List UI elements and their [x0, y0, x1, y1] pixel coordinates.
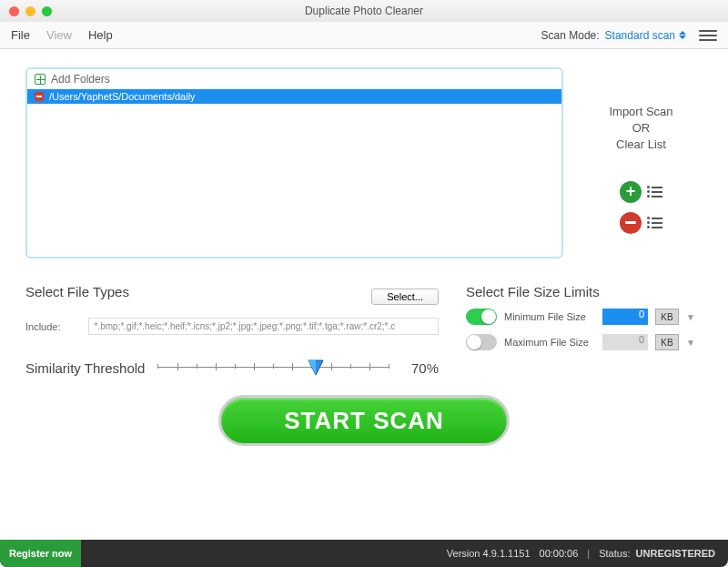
clear-list-button[interactable] [620, 212, 662, 234]
status-value: UNREGISTERED [636, 548, 715, 559]
minus-circle-icon [620, 212, 642, 234]
slider-thumb-icon[interactable] [307, 357, 325, 377]
include-label: Include: [25, 321, 61, 332]
scan-mode-value[interactable]: Standard scan [605, 29, 675, 42]
hamburger-icon[interactable] [699, 30, 717, 41]
min-size-label: Minimum File Size [504, 311, 595, 322]
menu-help[interactable]: Help [88, 28, 113, 42]
similarity-slider[interactable] [157, 359, 389, 377]
scan-mode-sort-icon[interactable] [679, 31, 686, 39]
folder-path: /Users/YaphetS/Documents/daily [49, 91, 196, 102]
similarity-label: Similarity Threshold [25, 360, 145, 376]
menubar: File View Help Scan Mode: Standard scan [0, 22, 728, 49]
min-size-unit[interactable]: KB [655, 309, 679, 325]
window-title: Duplicate Photo Cleaner [0, 5, 728, 17]
scan-mode-label: Scan Mode: [541, 29, 600, 42]
separator: | [587, 548, 590, 559]
list-icon [647, 186, 662, 197]
folder-list[interactable]: Add Folders /Users/YaphetS/Documents/dai… [25, 67, 563, 258]
status-label: Status: [599, 548, 630, 559]
side-panel: Import Scan OR Clear List + [580, 67, 703, 258]
import-scan-button[interactable]: + [620, 181, 662, 203]
min-size-input[interactable]: 0 [602, 309, 648, 325]
content: Add Folders /Users/YaphetS/Documents/dai… [0, 49, 728, 540]
side-text-2: OR [609, 120, 672, 137]
status-bar: Register now Version 4.9.1.1151 00:00:06… [0, 540, 728, 567]
menu-file[interactable]: File [11, 28, 30, 42]
folder-item[interactable]: /Users/YaphetS/Documents/daily [27, 89, 561, 104]
menu-view[interactable]: View [46, 28, 72, 42]
max-size-toggle[interactable] [466, 334, 497, 350]
register-button[interactable]: Register now [0, 540, 81, 567]
side-text-3: Clear List [609, 137, 672, 153]
app-window: Duplicate Photo Cleaner File View Help S… [0, 0, 728, 567]
minus-icon [35, 92, 44, 101]
chevron-down-icon[interactable]: ▼ [686, 312, 695, 322]
side-text-1: Import Scan [609, 104, 672, 120]
chevron-down-icon[interactable]: ▼ [686, 338, 695, 348]
plus-icon [35, 74, 46, 85]
similarity-value: 70% [402, 360, 439, 376]
min-size-toggle[interactable] [466, 309, 497, 325]
elapsed-time: 00:00:06 [540, 548, 579, 559]
version-label: Version 4.9.1.1151 [447, 548, 531, 559]
start-scan-label: START SCAN [284, 407, 444, 435]
max-size-label: Maximum File Size [504, 337, 595, 348]
add-folders-row[interactable]: Add Folders [27, 69, 561, 89]
file-types-title: Select File Types [25, 284, 129, 299]
list-icon [647, 217, 662, 228]
add-folders-label: Add Folders [51, 73, 110, 86]
file-size-title: Select File Size Limits [466, 284, 703, 299]
start-scan-button[interactable]: START SCAN [218, 395, 510, 446]
select-file-types-button[interactable]: Select... [371, 289, 439, 305]
register-label: Register now [9, 548, 72, 559]
titlebar: Duplicate Photo Cleaner [0, 0, 728, 22]
max-size-input[interactable]: 0 [602, 334, 648, 350]
plus-circle-icon: + [620, 181, 642, 203]
include-value[interactable]: *.bmp;*.gif;*.heic;*.heif;*.icns;*.jp2;*… [88, 318, 439, 335]
max-size-unit[interactable]: KB [655, 334, 679, 350]
